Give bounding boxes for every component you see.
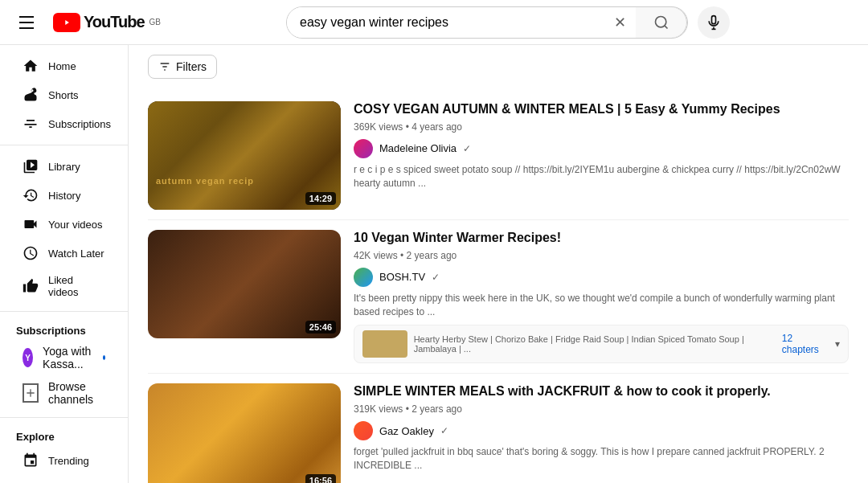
channel-name-2[interactable]: BOSH.TV bbox=[379, 271, 425, 283]
sidebar-item-watch-later[interactable]: Watch Later bbox=[6, 239, 121, 268]
hamburger-menu[interactable] bbox=[13, 10, 40, 35]
video-desc-2: It's been pretty nippy this week here in… bbox=[354, 292, 849, 319]
history-icon bbox=[23, 187, 39, 203]
sidebar-divider-2 bbox=[0, 311, 128, 312]
main-content: Filters autumn vegan recip 14:29 COSY VE… bbox=[129, 45, 868, 483]
header: YouTubeGB ✕ bbox=[0, 0, 868, 45]
channel-row-1: Madeleine Olivia ✓ bbox=[354, 139, 849, 158]
chapters-count-2[interactable]: 12 chapters bbox=[782, 333, 829, 355]
channel-avatar-2 bbox=[354, 268, 373, 287]
chapters-thumb-2 bbox=[362, 330, 407, 358]
search-input-wrap: ✕ bbox=[286, 6, 688, 39]
sidebar-item-shorts[interactable]: Shorts bbox=[6, 80, 121, 109]
video-desc-3: forget 'pulled jackfruit in bbq sauce' t… bbox=[354, 445, 849, 473]
video-item-2: 25:46 10 Vegan Winter Warmer Recipes! 42… bbox=[148, 220, 849, 374]
search-input[interactable] bbox=[287, 7, 604, 38]
sidebar-item-library-label: Library bbox=[48, 161, 80, 173]
library-icon bbox=[23, 158, 39, 174]
channel-avatar-yoga: Y bbox=[23, 348, 33, 367]
video-item-3: 16:56 SIMPLE WINTER MEALS with JACKFRUIT… bbox=[148, 374, 849, 483]
sidebar-item-liked-videos[interactable]: Liked videos bbox=[6, 268, 121, 305]
sidebar-item-subscriptions[interactable]: Subscriptions bbox=[6, 109, 121, 138]
verified-icon-1: ✓ bbox=[463, 143, 471, 154]
sidebar-item-library[interactable]: Library bbox=[6, 152, 121, 181]
search-submit-button[interactable] bbox=[636, 6, 687, 39]
video-desc-1: r e c i p e s spiced sweet potato soup /… bbox=[354, 163, 849, 190]
views-1: 369K views bbox=[354, 121, 403, 133]
channel-name-1[interactable]: Madeleine Olivia bbox=[379, 142, 457, 154]
search-clear-button[interactable]: ✕ bbox=[604, 14, 636, 31]
home-icon bbox=[23, 58, 39, 74]
logo[interactable]: YouTubeGB bbox=[53, 13, 161, 32]
sidebar-divider-1 bbox=[0, 145, 128, 145]
sidebar-browse-channels[interactable]: Browse channels bbox=[6, 375, 121, 411]
channel-row-3: Gaz Oakley ✓ bbox=[354, 421, 849, 440]
channel-avatar-3 bbox=[354, 421, 373, 440]
sidebar-item-history-label: History bbox=[48, 190, 80, 202]
explore-section-title: Explore bbox=[0, 424, 128, 446]
add-channel-icon bbox=[23, 383, 39, 403]
logo-badge: GB bbox=[149, 18, 161, 27]
thumbnail-text-1: autumn vegan recip bbox=[156, 176, 254, 186]
verified-icon-2: ✓ bbox=[432, 272, 440, 283]
video-meta-3: 319K views • 2 years ago bbox=[354, 403, 849, 415]
sidebar-item-liked-videos-label: Liked videos bbox=[48, 274, 105, 298]
video-meta-2: 42K views • 2 years ago bbox=[354, 250, 849, 261]
duration-badge-1: 14:29 bbox=[305, 192, 336, 205]
chapters-text-2: Hearty Herby Stew | Chorizo Bake | Fridg… bbox=[414, 334, 776, 354]
video-title-1[interactable]: COSY VEGAN AUTUMN & WINTER MEALS | 5 Eas… bbox=[354, 101, 849, 118]
channel-row-2: BOSH.TV ✓ bbox=[354, 268, 849, 287]
voice-search-button[interactable] bbox=[698, 6, 730, 39]
your-videos-icon bbox=[23, 216, 39, 232]
video-meta-1: 369K views • 4 years ago bbox=[354, 121, 849, 133]
sidebar-sub-yoga-kassa[interactable]: Y Yoga with Kassa... bbox=[6, 340, 121, 375]
sidebar-item-home-label: Home bbox=[48, 60, 76, 72]
age-1: 4 years ago bbox=[411, 121, 462, 133]
sidebar-item-trending[interactable]: Trending bbox=[6, 446, 121, 475]
age-2: 2 years ago bbox=[407, 250, 457, 261]
video-title-3[interactable]: SIMPLE WINTER MEALS with JACKFRUIT & how… bbox=[354, 383, 849, 400]
video-info-3: SIMPLE WINTER MEALS with JACKFRUIT & how… bbox=[354, 383, 849, 483]
svg-marker-0 bbox=[65, 20, 69, 25]
sidebar-item-shorts-label: Shorts bbox=[48, 89, 79, 101]
video-info-2: 10 Vegan Winter Warmer Recipes! 42K view… bbox=[354, 230, 849, 363]
sidebar-item-your-videos[interactable]: Your videos bbox=[6, 210, 121, 239]
sidebar-item-your-videos-label: Your videos bbox=[48, 219, 102, 231]
sidebar-item-home[interactable]: Home bbox=[6, 51, 121, 80]
channel-name-3[interactable]: Gaz Oakley bbox=[379, 425, 434, 437]
unread-dot bbox=[103, 355, 105, 360]
thumbnail-2[interactable]: 25:46 bbox=[148, 230, 341, 338]
views-2: 42K views bbox=[354, 250, 398, 261]
shorts-icon bbox=[23, 87, 39, 103]
sidebar-item-history[interactable]: History bbox=[6, 181, 121, 210]
video-list: autumn vegan recip 14:29 COSY VEGAN AUTU… bbox=[148, 92, 849, 483]
svg-point-1 bbox=[655, 16, 665, 27]
liked-icon bbox=[23, 278, 39, 294]
channel-avatar-1 bbox=[354, 139, 373, 158]
sidebar-divider-3 bbox=[0, 417, 128, 418]
subscriptions-icon bbox=[23, 116, 39, 132]
duration-badge-3: 16:56 bbox=[305, 474, 336, 483]
search-icon bbox=[653, 14, 669, 31]
video-title-2[interactable]: 10 Vegan Winter Warmer Recipes! bbox=[354, 230, 849, 247]
browse-channels-label: Browse channels bbox=[48, 380, 105, 406]
youtube-logo-icon bbox=[53, 13, 80, 32]
mic-icon bbox=[706, 14, 722, 31]
sidebar: Home Shorts Subscriptions Library Histor… bbox=[0, 45, 129, 483]
sidebar-item-trending-label: Trending bbox=[48, 455, 89, 467]
sidebar-item-watch-later-label: Watch Later bbox=[48, 248, 104, 260]
filters-bar: Filters bbox=[148, 55, 849, 79]
logo-text: YouTube bbox=[84, 13, 145, 31]
sidebar-item-music[interactable]: Music bbox=[6, 475, 121, 483]
video-info-1: COSY VEGAN AUTUMN & WINTER MEALS | 5 Eas… bbox=[354, 101, 849, 210]
svg-line-2 bbox=[664, 25, 667, 28]
thumbnail-1[interactable]: autumn vegan recip 14:29 bbox=[148, 101, 341, 210]
sidebar-item-subscriptions-label: Subscriptions bbox=[48, 118, 111, 130]
search-bar: ✕ bbox=[161, 6, 855, 39]
subscriptions-section-title: Subscriptions bbox=[0, 318, 128, 340]
filters-label: Filters bbox=[176, 60, 207, 73]
watch-later-icon bbox=[23, 245, 39, 261]
thumbnail-3[interactable]: 16:56 bbox=[148, 383, 341, 483]
filters-button[interactable]: Filters bbox=[148, 55, 217, 79]
trending-icon bbox=[23, 452, 39, 469]
